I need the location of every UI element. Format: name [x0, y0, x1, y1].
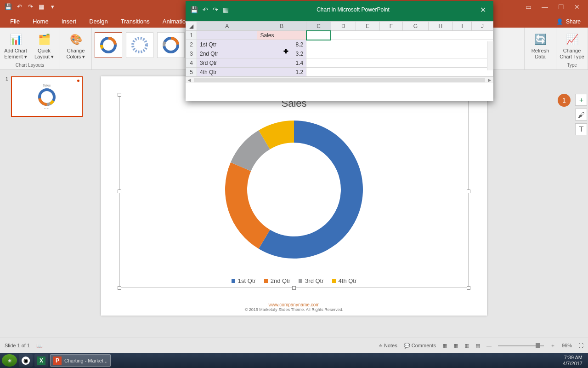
- qat-more-icon[interactable]: ▾: [49, 3, 56, 11]
- tab-file[interactable]: File: [4, 15, 26, 28]
- resize-handle[interactable]: [292, 286, 296, 290]
- h-scrollbar[interactable]: ◄►: [186, 77, 493, 83]
- tab-home[interactable]: Home: [26, 15, 55, 28]
- cell-B5[interactable]: 1.2: [257, 68, 306, 77]
- edit-data-icon[interactable]: ▦: [223, 6, 229, 13]
- resize-handle[interactable]: [467, 286, 470, 290]
- resize-handle[interactable]: [118, 286, 121, 290]
- cell-B4[interactable]: 1.4: [257, 58, 306, 68]
- col-C[interactable]: C: [306, 22, 331, 31]
- v-scrollbar[interactable]: [487, 41, 493, 70]
- col-J[interactable]: J: [471, 22, 493, 31]
- row-1[interactable]: 1: [186, 31, 197, 40]
- cell-A3[interactable]: 2nd Qtr: [197, 49, 257, 58]
- col-A[interactable]: A: [197, 22, 257, 31]
- chart-data-window[interactable]: 💾 ↶ ↷ ▦ Chart in Microsoft PowerPoint ✕ …: [186, 1, 493, 101]
- maximize-icon[interactable]: ☐: [558, 3, 564, 11]
- slide-canvas[interactable]: 1 ＋ 🖌 𝖳 Sales 1st Qtr 2nd Qtr: [92, 70, 588, 338]
- change-colors-button[interactable]: 🎨 Change Colors ▾: [63, 29, 89, 60]
- ribbon-options-icon[interactable]: ▭: [526, 3, 531, 11]
- cells[interactable]: [306, 58, 493, 68]
- chart-styles-gallery[interactable]: [95, 29, 185, 58]
- zoom-out-icon[interactable]: —: [486, 343, 492, 348]
- refresh-data-button[interactable]: 🔄 Refresh Data: [527, 29, 553, 60]
- quick-layout-button[interactable]: 🗂️ Quick Layout ▾: [31, 29, 57, 60]
- reading-view-icon[interactable]: ▥: [464, 343, 469, 349]
- start-button[interactable]: ⊞: [2, 354, 17, 367]
- fit-slide-icon[interactable]: ⛶: [578, 343, 583, 348]
- cells[interactable]: [331, 31, 493, 40]
- chart-style-thumb-3[interactable]: [157, 32, 185, 58]
- cell-A2[interactable]: 1st Qtr: [197, 40, 257, 49]
- resize-handle[interactable]: [118, 190, 121, 193]
- cell-B3[interactable]: 3.2: [257, 49, 306, 58]
- resize-handle[interactable]: [118, 93, 121, 97]
- row-4[interactable]: 4: [186, 58, 197, 68]
- slideshow-view-icon[interactable]: ▤: [475, 343, 480, 349]
- select-all[interactable]: ◢: [186, 22, 197, 31]
- redo-icon[interactable]: ↷: [213, 6, 218, 13]
- cell-B1[interactable]: Sales: [257, 31, 306, 40]
- tab-transitions[interactable]: Transitions: [114, 15, 156, 28]
- cell-A4[interactable]: 3rd Qtr: [197, 58, 257, 68]
- col-I[interactable]: I: [453, 22, 472, 31]
- doughnut-slice[interactable]: [225, 162, 270, 249]
- zoom-in-icon[interactable]: ＋: [550, 342, 555, 349]
- doughnut-chart[interactable]: [220, 116, 368, 263]
- col-F[interactable]: F: [379, 22, 402, 31]
- col-H[interactable]: H: [428, 22, 453, 31]
- close-icon[interactable]: ✕: [574, 3, 580, 11]
- cell-A5[interactable]: 4th Qtr: [197, 68, 257, 77]
- chart-legend[interactable]: 1st Qtr 2nd Qtr 3rd Qtr 4th Qtr: [119, 277, 469, 284]
- row-5[interactable]: 5: [186, 68, 197, 77]
- notes-toggle[interactable]: ≐ Notes: [379, 343, 397, 349]
- resize-handle[interactable]: [467, 190, 470, 193]
- row-2[interactable]: 2: [186, 40, 197, 49]
- normal-view-icon[interactable]: ▦: [442, 343, 447, 349]
- sorter-view-icon[interactable]: ▦: [453, 343, 458, 349]
- comment-count-badge[interactable]: 1: [558, 94, 571, 107]
- chart-styles-button[interactable]: 🖌: [575, 109, 587, 121]
- spellcheck-icon[interactable]: 📖: [36, 343, 43, 349]
- taskbar-chrome[interactable]: ◉: [19, 354, 33, 367]
- cells[interactable]: [306, 40, 493, 49]
- data-grid[interactable]: ◢ A B C D E F G H I J 1 Sales 21st Qtr8.…: [186, 21, 493, 77]
- cells[interactable]: [306, 49, 493, 58]
- chart-elements-button[interactable]: ＋: [575, 94, 587, 106]
- taskbar-powerpoint[interactable]: PCharting - Market...: [50, 354, 111, 367]
- datawin-close-icon[interactable]: ✕: [473, 6, 493, 14]
- share-button[interactable]: 👤 Share: [549, 16, 588, 28]
- col-B[interactable]: B: [257, 22, 306, 31]
- chart-filters-button[interactable]: 𝖳: [575, 123, 587, 135]
- zoom-thumb[interactable]: [536, 343, 540, 348]
- slide-thumb-1[interactable]: Sales • • • •: [11, 76, 83, 117]
- undo-icon[interactable]: ↶: [16, 3, 23, 11]
- change-chart-type-button[interactable]: 📈 Change Chart Type: [559, 29, 585, 60]
- minimize-icon[interactable]: —: [542, 3, 548, 11]
- slideshow-icon[interactable]: ▦: [38, 3, 45, 11]
- cells[interactable]: [306, 68, 493, 77]
- zoom-value[interactable]: 96%: [562, 343, 572, 348]
- cell-A1[interactable]: [197, 31, 257, 40]
- tab-insert[interactable]: Insert: [55, 15, 83, 28]
- col-E[interactable]: E: [356, 22, 379, 31]
- col-G[interactable]: G: [403, 22, 428, 31]
- comments-toggle[interactable]: 💬 Comments: [404, 343, 436, 349]
- row-3[interactable]: 3: [186, 49, 197, 58]
- zoom-slider[interactable]: [498, 345, 544, 346]
- cell-C1[interactable]: [306, 31, 331, 40]
- add-chart-element-button[interactable]: 📊 Add Chart Element ▾: [3, 29, 28, 60]
- chart-style-thumb-2[interactable]: [126, 32, 153, 58]
- taskbar-excel[interactable]: X: [34, 354, 48, 367]
- chart-style-thumb-1[interactable]: [95, 32, 122, 58]
- save-icon[interactable]: 💾: [5, 3, 12, 11]
- chart-object[interactable]: Sales 1st Qtr 2nd Qtr 3rd Qtr 4th Qtr: [119, 95, 469, 288]
- save-icon[interactable]: 💾: [190, 6, 198, 13]
- system-tray-clock[interactable]: 7:39 AM 4/7/2017: [563, 355, 586, 366]
- undo-icon[interactable]: ↶: [203, 6, 208, 13]
- share-label: Share: [566, 18, 581, 25]
- cell-B2[interactable]: 8.2: [257, 40, 306, 49]
- col-D[interactable]: D: [331, 22, 356, 31]
- tab-design[interactable]: Design: [83, 15, 114, 28]
- redo-icon[interactable]: ↷: [27, 3, 34, 11]
